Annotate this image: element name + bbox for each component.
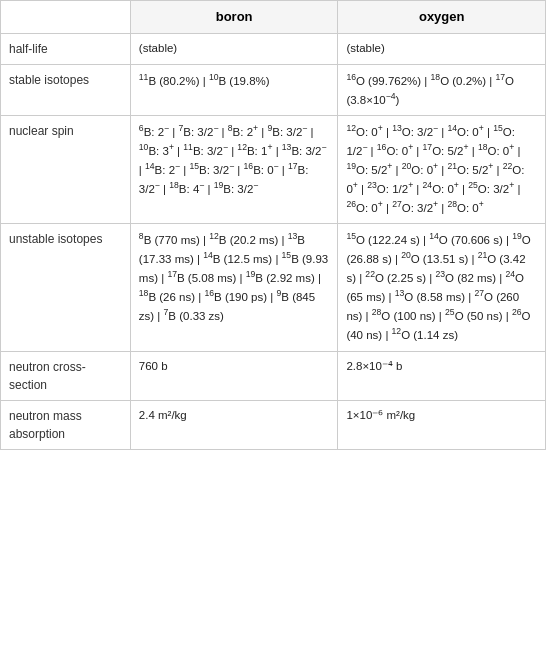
- oxygen-cell-3: 15O (122.24 s) | 14O (70.606 s) | 19O (2…: [338, 224, 546, 351]
- row-label-5: neutron mass absorption: [1, 400, 131, 449]
- row-label-3: unstable isotopes: [1, 224, 131, 351]
- row-label-1: stable isotopes: [1, 64, 131, 115]
- boron-cell-5: 2.4 m²/kg: [130, 400, 338, 449]
- oxygen-cell-0: (stable): [338, 33, 546, 64]
- row-label-0: half-life: [1, 33, 131, 64]
- boron-cell-1: 11B (80.2%) | 10B (19.8%): [130, 64, 338, 115]
- header-empty: [1, 1, 131, 34]
- boron-cell-4: 760 b: [130, 351, 338, 400]
- boron-cell-3: 8B (770 ms) | 12B (20.2 ms) | 13B (17.33…: [130, 224, 338, 351]
- boron-cell-0: (stable): [130, 33, 338, 64]
- oxygen-cell-1: 16O (99.762%) | 18O (0.2%) | 17O (3.8×10…: [338, 64, 546, 115]
- header-oxygen: oxygen: [338, 1, 546, 34]
- oxygen-cell-4: 2.8×10⁻⁴ b: [338, 351, 546, 400]
- row-label-2: nuclear spin: [1, 115, 131, 223]
- row-label-4: neutron cross-section: [1, 351, 131, 400]
- oxygen-cell-5: 1×10⁻⁶ m²/kg: [338, 400, 546, 449]
- header-boron: boron: [130, 1, 338, 34]
- oxygen-cell-2: 12O: 0+ | 13O: 3/2− | 14O: 0+ | 15O: 1/2…: [338, 115, 546, 223]
- boron-cell-2: 6B: 2− | 7B: 3/2− | 8B: 2+ | 9B: 3/2− | …: [130, 115, 338, 223]
